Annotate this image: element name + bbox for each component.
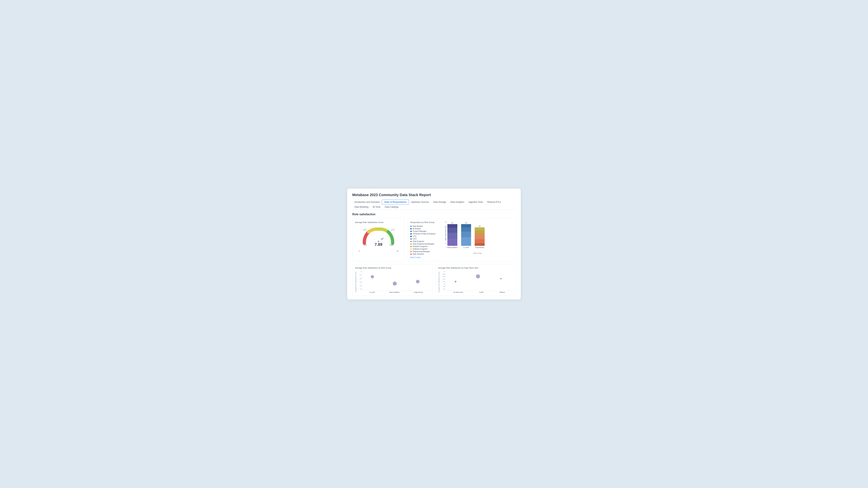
legend-label-data-engineer: Data Engineer — [413, 240, 424, 242]
satisfaction-role-title: Average Role Satisfaction by Role Group — [355, 267, 430, 269]
bar-seg-2-4 — [461, 237, 471, 246]
satisfaction-role-y-label: Average Role Satisfaction score — [355, 271, 356, 293]
x-labels-role: C-Level Data Analytics Engineering — [362, 291, 430, 293]
gauge-bottom-labels: 0 10 — [355, 250, 402, 252]
legend-dot-ceo — [410, 238, 412, 240]
bar-seg-1-4 — [447, 238, 457, 246]
bottom-charts-row: Average Role Satisfaction by Role Group … — [352, 264, 516, 296]
gauge-low-label: Low — [364, 244, 367, 246]
tab-upstream-sources[interactable]: Upstream Sources — [409, 199, 431, 205]
legend-dot-analytics-engineer — [410, 246, 412, 247]
legend-label-eng-manager: Engineering Manager — [413, 251, 430, 253]
tick-8-team: 8 — [444, 283, 445, 285]
legend-label-software-engineer: Software Engineer — [413, 248, 428, 250]
legend-item-data-engineer: Data Engineer — [410, 240, 439, 242]
satisfaction-role-card: Average Role Satisfaction by Role Group … — [352, 264, 433, 296]
y-tick-10: 10 — [445, 242, 447, 244]
x-label-engineering: Engineering — [414, 291, 423, 293]
legend-dot-data-analyst — [410, 226, 412, 227]
bar-seg-3-3 — [475, 233, 485, 236]
stacked-bar-chart: Distinct values of id 60 50 40 30 20 10 … — [442, 221, 513, 258]
legend-dot-data-scientist — [410, 253, 412, 255]
bar-seg-3-4 — [475, 236, 485, 239]
tab-data-modeling[interactable]: Data Modeling — [352, 205, 371, 209]
bar-seg-2-2 — [461, 227, 471, 232]
tick-75-role: 7.5 — [360, 288, 362, 290]
bar-seg-3-2 — [475, 230, 485, 233]
gauge-label-667: 6.67 — [391, 229, 395, 231]
x-labels-team: No data team Small Midsize — [445, 291, 513, 293]
bar-label-engineering: Engineering — [475, 247, 484, 248]
y-tick-40: 40 — [445, 230, 447, 231]
legend-label-data-scientist: Data Scientist — [413, 253, 424, 255]
x-label-no-data-team: No data team — [453, 291, 463, 293]
legend-dot-de-manager — [410, 243, 412, 245]
tick-9-team: 9 — [444, 271, 445, 272]
tab-data-analytics[interactable]: Data Analytics — [448, 199, 466, 205]
bubble-small — [476, 274, 480, 278]
y-tick-50: 50 — [445, 226, 447, 227]
gauge-title: Average Role Satisfaction Score — [355, 221, 402, 223]
legend-label-bi-analyst: BI Analyst — [413, 228, 421, 230]
scatter-y-ticks-role: 9 8.7 8.4 8.1 7.8 7.5 — [357, 271, 362, 290]
legend-item-data-scientist: Data Scientist — [410, 253, 439, 255]
bubble-no-data-team — [455, 281, 457, 283]
dashboard: Metabase 2023 Community Data Stack Repor… — [347, 189, 521, 299]
gauge-card: Average Role Satisfaction Score 3.3 — [352, 219, 405, 261]
legend-item-product-manager: Product Manager — [410, 230, 439, 232]
tick-87-role: 8.7 — [360, 274, 362, 276]
bubble-c-level — [371, 275, 374, 278]
gauge-high-label: High — [390, 244, 393, 246]
bar-segments-data-analytics — [447, 224, 457, 246]
dashboard-title: Metabase 2023 Community Data Stack Repor… — [352, 193, 516, 197]
bubble-engineering — [416, 280, 420, 283]
responders-card: Responders by Role Group Data Analyst BI… — [408, 219, 516, 261]
legend-dot-eng-manager — [410, 251, 412, 252]
x-label-c-level: C-Level — [369, 291, 375, 293]
tab-data-catalogs[interactable]: Data Catalogs — [383, 205, 401, 209]
and-more-link[interactable]: And 2 more — [410, 256, 439, 258]
bar-seg-1-2 — [447, 228, 457, 233]
y-tick-20: 20 — [445, 238, 447, 240]
x-axis-label: Role Group — [442, 252, 513, 254]
tick-84-role: 8.4 — [360, 278, 362, 280]
bar-engineering: 59 Engineering — [475, 225, 485, 248]
legend-item-vp-head: VP/Head of Data & Analytics — [410, 233, 439, 235]
y-tick-0: 0 — [446, 247, 447, 248]
tick-84-team: 8.4 — [443, 278, 445, 280]
satisfaction-team-title: Average Role Satisfaction by Data Team S… — [438, 267, 513, 269]
bar-seg-1-1 — [447, 224, 457, 228]
legend-item-eng-manager: Engineering Manager — [410, 251, 439, 253]
legend-label-analytics-engineer: Analytics Engineer — [413, 246, 428, 248]
legend-dot-data-engineer — [410, 241, 412, 242]
tab-data-storage[interactable]: Data Storage — [431, 199, 448, 205]
tick-81-role: 8.1 — [360, 281, 362, 283]
tick-86-team: 8.6 — [443, 276, 445, 278]
tab-introduction[interactable]: Introduction and Overview — [352, 199, 382, 205]
gauge-container: 3.33 6.67 7.89 Low High — [361, 225, 397, 249]
responders-title: Responders by Role Group — [410, 221, 439, 223]
bars-container: 52 Data Analytics 54 — [447, 221, 485, 248]
scatter-plot-role — [362, 271, 430, 291]
y-axis-ticks: 60 50 40 30 20 10 0 — [442, 221, 447, 248]
legend-dot-software-engineer — [410, 248, 412, 250]
tab-bar: Introduction and Overview State of Respo… — [352, 199, 516, 209]
tick-78-team: 7.8 — [443, 286, 445, 287]
bar-count-engineering: 59 — [479, 225, 480, 227]
bar-segments-c-level — [461, 224, 471, 246]
tab-bi-tools[interactable]: BI Tools — [371, 205, 382, 209]
y-tick-30: 30 — [445, 234, 447, 236]
bubble-data-analytics — [393, 282, 397, 286]
legend-dot-vp-head — [410, 233, 412, 235]
scatter-y-ticks-team: 9 8.8 8.6 8.4 8.2 8 7.8 7.6 — [440, 271, 445, 290]
legend-item-software-engineer: Software Engineer — [410, 248, 439, 250]
satisfaction-team-card: Average Role Satisfaction by Data Team S… — [435, 264, 516, 296]
tab-reverse-etls[interactable]: Reverse ETLs — [485, 199, 503, 205]
tab-ingestion-tools[interactable]: Ingestion Tools — [466, 199, 485, 205]
legend-item-ceo: CEO — [410, 238, 439, 240]
section-title: Role satisfaction — [352, 213, 516, 216]
tab-state-of-respondents[interactable]: State of Respondents — [382, 199, 409, 205]
bar-segments-engineering — [475, 227, 485, 246]
legend-dot-cto — [410, 236, 412, 237]
y-tick-60: 60 — [445, 221, 447, 223]
